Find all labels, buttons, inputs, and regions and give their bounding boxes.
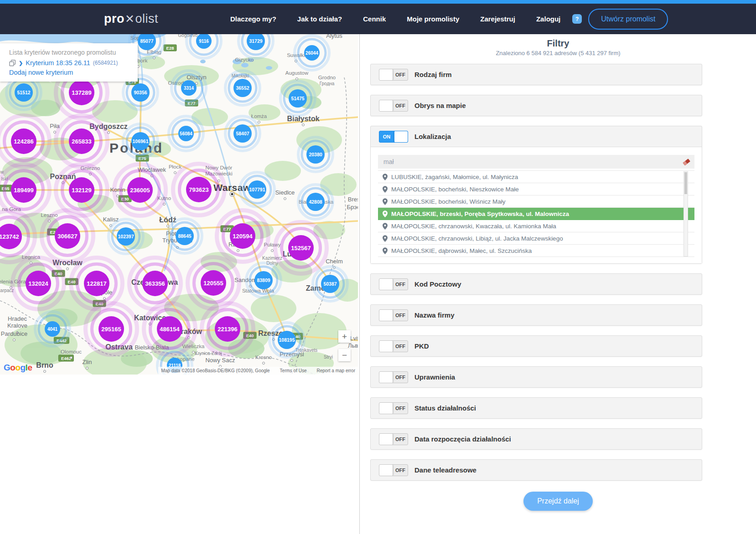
nav-item-jak-to-dzia-a[interactable]: Jak to działa? — [297, 15, 342, 23]
location-option-label: MAŁOPOLSKIE, dąbrowski, Małec, ul. Szczu… — [391, 247, 532, 254]
toggle-rodzaj-firm[interactable]: OFF — [379, 69, 408, 81]
location-option[interactable]: MAŁOPOLSKIE, bocheński, Wiśnicz Mały — [378, 195, 694, 208]
map-cluster-marker[interactable]: 4041 — [45, 321, 60, 337]
city-dot — [30, 262, 32, 264]
city-dot — [192, 351, 195, 354]
map-cluster-marker[interactable]: 50387 — [321, 275, 339, 293]
map-cluster-marker[interactable]: 106961 — [131, 132, 150, 150]
map-cluster-marker[interactable]: 36552 — [233, 79, 252, 97]
filter-label: PKD — [414, 342, 429, 350]
city-dot — [66, 267, 69, 270]
map-cluster-marker[interactable]: 124286 — [11, 128, 36, 154]
chevron-right-icon: ❯ — [19, 60, 23, 66]
toggle-uprawnienia[interactable]: OFF — [379, 371, 408, 383]
filter-card-nazwa-firmy: OFFNazwa firmy — [370, 304, 702, 326]
filter-label: Uprawnienia — [414, 373, 455, 381]
map-cluster-marker[interactable]: 90356 — [131, 83, 150, 102]
map-cluster-marker[interactable]: 363356 — [142, 271, 168, 296]
map-cluster-marker[interactable]: 137289 — [69, 80, 94, 105]
report-map-error-link[interactable]: Report a map error — [317, 368, 355, 373]
map-cluster-marker[interactable]: 42808 — [306, 193, 325, 211]
terms-of-use-link[interactable]: Terms of Use — [280, 368, 307, 373]
map-cluster-marker[interactable]: 108195 — [278, 331, 296, 349]
map-cluster-marker[interactable]: 120555 — [201, 270, 226, 296]
map-cluster-marker[interactable]: 51475 — [289, 89, 307, 108]
nav-item-zarejestruj[interactable]: Zarejestruj — [480, 15, 515, 23]
location-option[interactable]: MAŁOPOLSKIE, chrzanowski, Libiąż, ul. Ja… — [378, 232, 694, 245]
cluster-count: 58407 — [236, 131, 249, 136]
clear-input-icon[interactable] — [683, 159, 690, 167]
create-promolist-button[interactable]: Utwórz promolist — [588, 9, 668, 30]
filter-card-lokalizacja: ONLokalizacjaLUBUSKIE, żagański, Małomic… — [370, 126, 702, 264]
city-dot — [149, 323, 151, 325]
map-cluster-marker[interactable]: 83809 — [254, 271, 273, 289]
location-option[interactable]: MAŁOPOLSKIE, dąbrowski, Małec, ul. Szczu… — [378, 245, 694, 257]
nav-item-moje-promolisty[interactable]: Moje promolisty — [407, 15, 459, 23]
map-cluster-marker[interactable]: 189499 — [11, 177, 36, 203]
map-cluster-marker[interactable]: 120594 — [230, 223, 255, 249]
toggle-data-rozpocz-cia-dzia-alno-ci[interactable]: OFF — [379, 433, 408, 445]
toggle-nazwa-firmy[interactable]: OFF — [379, 309, 408, 321]
location-option[interactable]: LUBUSKIE, żagański, Małomice, ul. Małyni… — [378, 171, 694, 183]
map-cluster-marker[interactable]: 793623 — [186, 177, 212, 202]
city-dot — [284, 197, 286, 200]
filter-card-header: OFFData rozpoczęcia działalności — [371, 429, 702, 449]
city-dot — [43, 370, 46, 373]
map-cluster-marker[interactable]: 295165 — [98, 316, 124, 342]
logo-post: olist — [135, 12, 158, 26]
map-cluster-marker[interactable]: 265833 — [69, 128, 94, 154]
location-search-input[interactable] — [378, 155, 694, 169]
location-option[interactable]: MAŁOPOLSKIE, chrzanowski, Kwaczała, ul. … — [378, 220, 694, 232]
map-cluster-marker[interactable]: 26044 — [304, 45, 320, 61]
toggle-state-label: OFF — [393, 310, 408, 321]
map-cluster-marker[interactable]: 56084 — [178, 126, 194, 141]
toggle-status-dzia-alno-ci[interactable]: OFF — [379, 402, 408, 414]
city-dot — [258, 121, 260, 123]
map-canvas[interactable]: E28E75E77E75E65E30E26E77E40E40E40E40E40E… — [0, 34, 358, 375]
city-dot — [153, 56, 155, 59]
scrollbar-thumb[interactable] — [684, 172, 687, 194]
map-cluster-marker[interactable]: 132024 — [26, 271, 51, 296]
map-cluster-marker[interactable]: 107791 — [248, 180, 266, 199]
map-cluster-marker[interactable]: 122817 — [84, 271, 109, 296]
map-zoom-out-button[interactable]: − — [338, 349, 351, 361]
map-cluster-marker[interactable]: 221396 — [215, 316, 240, 342]
city-dot — [249, 285, 252, 288]
criteria-overlay: Lista kryteriów tworzonego promolistu ❯ … — [0, 43, 138, 82]
add-criterion-link[interactable]: Dodaj nowe kryterium — [9, 69, 130, 76]
map-cluster-marker[interactable]: 486154 — [157, 316, 182, 342]
map-cluster-marker[interactable]: 51512 — [15, 83, 33, 102]
filter-card-header: OFFUprawnienia — [371, 367, 702, 387]
map-cluster-marker[interactable]: 236005 — [127, 177, 153, 203]
map-cluster-marker[interactable]: 3314 — [181, 80, 197, 96]
map-cluster-marker[interactable]: 58407 — [233, 124, 252, 143]
location-option-selected[interactable]: MAŁOPOLSKIE, brzeski, Poręba Spytkowska,… — [378, 208, 694, 220]
next-step-button[interactable]: Przejdź dalej — [523, 492, 593, 511]
criterion-link[interactable]: ❯ Kryterium 18:35 26.11 (6584921) — [9, 59, 130, 67]
toggle-pkd[interactable]: OFF — [379, 340, 408, 352]
toggle-lokalizacja[interactable]: ON — [379, 131, 408, 143]
map-cluster-marker[interactable]: 132129 — [69, 177, 94, 203]
map-cluster-marker[interactable]: 306627 — [55, 223, 80, 249]
map-cluster-marker[interactable]: 88645 — [176, 227, 194, 245]
cluster-count: 83809 — [257, 277, 270, 283]
help-icon[interactable]: ? — [572, 14, 582, 24]
nav-item-cennik[interactable]: Cennik — [363, 15, 386, 23]
map-cluster-marker[interactable]: 102397 — [117, 227, 135, 246]
nav-item-dlaczego-my[interactable]: Dlaczego my? — [230, 15, 276, 23]
filter-card-kod-pocztowy: OFFKod Pocztowy — [370, 273, 702, 295]
nav-item-zaloguj[interactable]: Zaloguj — [536, 15, 560, 23]
map-cluster-marker[interactable]: 20380 — [306, 145, 325, 164]
map-cluster-marker[interactable]: 152567 — [288, 235, 314, 261]
toggle-kod-pocztowy[interactable]: OFF — [379, 278, 408, 290]
toggle-knob — [379, 279, 393, 290]
map-zoom-in-button[interactable]: + — [338, 330, 351, 343]
toggle-obrys-na-mapie[interactable]: OFF — [379, 100, 408, 112]
app-logo[interactable]: pro✕olist — [104, 12, 158, 26]
list-scrollbar[interactable] — [684, 171, 688, 257]
cluster-count: 152567 — [291, 245, 311, 252]
location-option[interactable]: MAŁOPOLSKIE, bocheński, Nieszkowice Małe — [378, 183, 694, 195]
city-dot — [217, 180, 220, 182]
toggle-dane-teleadresowe[interactable]: OFF — [379, 464, 408, 476]
pin-icon — [383, 186, 388, 193]
